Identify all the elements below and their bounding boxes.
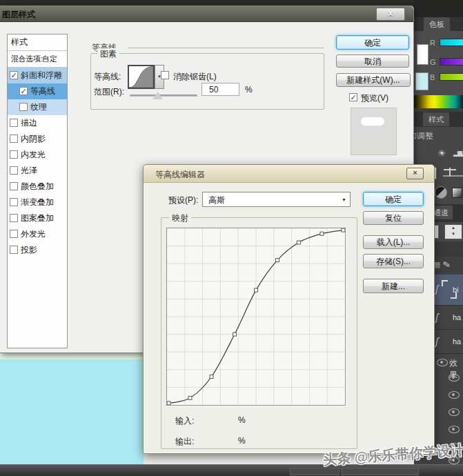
sidebar-item-9[interactable]: 图案叠加 [8, 210, 67, 226]
effect-checkbox[interactable]: ✓ [19, 87, 28, 95]
effect-label: 纹理 [30, 99, 47, 115]
effect-label: 内阴影 [21, 131, 46, 147]
visibility-eye-icon[interactable] [449, 374, 460, 381]
tab-channels-label: 通道 [433, 208, 449, 217]
layer-thumbnail-glyph: ʃ [435, 335, 438, 347]
effect-checkbox[interactable]: ✓ [10, 71, 18, 79]
tab-swatches[interactable]: 色板 [424, 17, 450, 31]
photo-filter-icon[interactable] [435, 186, 447, 199]
ok-button[interactable]: 确定 [336, 35, 409, 50]
contour-editor-dialog: 等高线编辑器 × 预设(P): 高斯 ▼ 映射 输入: % 输出: % 确定 复… [143, 164, 435, 454]
effect-label: 等高线 [30, 83, 55, 99]
effect-checkbox[interactable] [10, 230, 18, 238]
effect-checkbox[interactable] [10, 150, 18, 159]
sidebar-item-1[interactable]: ✓等高线 [8, 83, 67, 99]
tab-swatches-label: 色板 [429, 20, 444, 28]
tab-styles[interactable]: 样式 [423, 112, 449, 126]
sidebar-item-0[interactable]: ✓斜面和浮雕 [8, 68, 67, 83]
layer-name: ha [453, 337, 461, 346]
styles-tab-row: 样式 [414, 112, 463, 128]
levels-icon[interactable]: ▂▆▃ [453, 150, 463, 157]
effect-label: 渐变叠加 [21, 195, 54, 210]
channel-slider-r[interactable] [440, 39, 463, 46]
effect-checkbox[interactable] [10, 214, 18, 222]
effect-checkbox[interactable] [10, 198, 18, 206]
close-icon[interactable]: × [376, 8, 405, 21]
output-label: 输出: [175, 436, 194, 448]
screenshot-root: 色板 R G B 样式 加调整 ☀ ▂▆▃ [0, 0, 463, 476]
background-color-chip[interactable] [415, 72, 428, 90]
effect-checkbox[interactable] [19, 103, 28, 111]
load-button[interactable]: 载入(L)... [363, 235, 424, 249]
style-preview-thumbnail [351, 108, 397, 155]
effect-checkbox[interactable] [10, 166, 18, 175]
effect-checkbox[interactable] [10, 246, 18, 254]
curve-plot [167, 228, 345, 405]
color-balance-icon[interactable] [443, 167, 457, 178]
dialog-title: 图层样式 [2, 9, 35, 21]
styles-header[interactable]: 样式 [8, 34, 67, 51]
sidebar-item-5[interactable]: 内发光 [8, 147, 67, 163]
sidebar-item-6[interactable]: 光泽 [8, 163, 67, 179]
effect-label: 投影 [21, 242, 37, 258]
effect-label: 外发光 [21, 226, 46, 242]
brush-icon[interactable]: ✎ [442, 259, 451, 270]
ok-button[interactable]: 确定 [363, 192, 424, 206]
layer-thumbnail-glyph: ʃ [435, 283, 438, 295]
taskbar-segment[interactable] [290, 468, 339, 475]
effect-checkbox[interactable] [10, 135, 18, 143]
close-icon[interactable]: × [406, 168, 424, 179]
taskbar-segment[interactable] [342, 468, 419, 475]
styles-listbox: 样式 混合选项:自定 ✓斜面和浮雕✓等高线纹理描边内阴影内发光光泽颜色叠加渐变叠… [7, 34, 68, 348]
panel-top-strip [414, 0, 463, 17]
preset-dropdown[interactable]: 高斯 ▼ [202, 192, 351, 207]
adjustments-header-label: 加调整 [414, 130, 433, 142]
layer-style-titlebar[interactable]: 图层样式 × [0, 6, 413, 22]
range-value-input[interactable]: 50 [201, 83, 239, 96]
gradient-map-icon[interactable] [452, 188, 462, 198]
taskbar [0, 464, 463, 476]
sidebar-item-11[interactable]: 投影 [8, 242, 67, 258]
sidebar-item-7[interactable]: 颜色叠加 [8, 179, 67, 195]
blending-options-row[interactable]: 混合选项:自定 [8, 51, 67, 68]
style-preview-shape [361, 117, 384, 126]
sidebar-item-8[interactable]: 渐变叠加 [8, 195, 67, 210]
effect-checkbox[interactable] [10, 119, 18, 127]
new-style-button[interactable]: 新建样式(W)... [336, 73, 411, 87]
channel-slider-g[interactable] [440, 58, 463, 66]
sidebar-item-4[interactable]: 内阴影 [8, 131, 67, 147]
effect-label: 颜色叠加 [21, 179, 54, 195]
save-button[interactable]: 存储(S)... [363, 254, 424, 268]
effect-label: 描边 [21, 115, 37, 131]
dialog-title: 等高线编辑器 [155, 169, 205, 181]
foreground-color-chip[interactable] [417, 44, 428, 65]
range-slider-track[interactable] [130, 95, 197, 97]
contour-curve-graph[interactable] [166, 228, 346, 406]
sidebar-item-10[interactable]: 外发光 [8, 226, 67, 242]
sidebar-item-3[interactable]: 描边 [8, 115, 67, 131]
sidebar-item-2[interactable]: 纹理 [8, 99, 67, 115]
antialias-checkbox[interactable] [161, 71, 169, 79]
swatches-tab-row: 色板 [414, 17, 463, 32]
color-spectrum-ramp[interactable] [414, 95, 463, 108]
brightness-contrast-icon[interactable]: ☀ [437, 148, 446, 158]
style-effect-list: ✓斜面和浮雕✓等高线纹理描边内阴影内发光光泽颜色叠加渐变叠加图案叠加外发光投影 [8, 68, 67, 258]
visibility-eye-icon[interactable] [449, 408, 460, 416]
cancel-button[interactable]: 取消 [336, 54, 409, 68]
preview-checkbox[interactable]: ✓ [349, 93, 357, 101]
visibility-eye-icon[interactable] [449, 426, 460, 433]
effect-checkbox[interactable] [10, 182, 18, 190]
reset-button[interactable]: 复位 [363, 211, 424, 225]
new-button[interactable]: 新建... [363, 279, 424, 293]
contour-editor-titlebar[interactable]: 等高线编辑器 × [144, 165, 434, 183]
stepper-control[interactable]: ▲▼ [444, 224, 462, 239]
adjustments-icons-row-1: ☀ ▂▆▃ [414, 143, 463, 164]
preview-label: 预览(V) [361, 92, 388, 104]
contour-thumbnail-curve [129, 66, 153, 88]
visibility-eye-icon[interactable] [449, 391, 460, 399]
channel-slider-b[interactable] [440, 73, 463, 81]
preset-label: 预设(P): [168, 195, 198, 206]
effect-label: 斜面和浮雕 [21, 68, 62, 83]
visibility-eye-icon[interactable] [437, 359, 448, 366]
contour-thumbnail[interactable] [128, 65, 155, 89]
